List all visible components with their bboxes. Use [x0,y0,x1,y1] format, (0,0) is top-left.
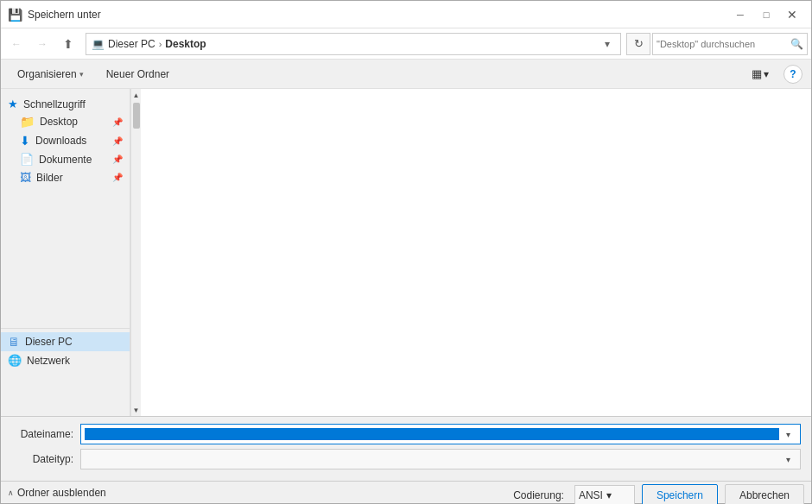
scroll-up-arrow[interactable]: ▲ [131,89,142,101]
organize-label: Organisieren [17,68,77,80]
sidebar-item-dokumente[interactable]: 📄 Dokumente 📌 [1,150,130,168]
actionbar: Organisieren ▾ Neuer Ordner ▦ ▾ ? [1,60,811,89]
view-dropdown-icon: ▾ [764,68,769,80]
save-button[interactable]: Speichern [642,484,718,505]
save-dialog: 💾 Speichern unter ─ □ ✕ ← → ⬆ 💻 Dieser P… [0,0,812,504]
filetype-dropdown-button[interactable]: ▾ [779,450,796,469]
file-list[interactable] [141,89,811,416]
dokumente-icon: 📄 [20,153,34,166]
breadcrumb-bar: 💻 Dieser PC › Desktop ▾ [86,33,621,55]
breadcrumb-dropdown-icon[interactable]: ▾ [599,34,615,54]
filetype-row: Dateityp: ▾ [11,449,801,469]
desktop-pin-icon: 📌 [112,117,123,127]
search-icon: 🔍 [790,38,803,50]
help-button[interactable]: ? [783,65,802,84]
downloads-pin-icon: 📌 [112,136,123,146]
filetype-input-wrap: ▾ [80,449,801,469]
sidebar-item-dieser-pc[interactable]: 🖥 Dieser PC [1,332,130,351]
sidebar-item-desktop[interactable]: 📁 Desktop 📌 [1,112,130,131]
titlebar-title: Speichern unter [28,9,101,21]
filename-dropdown-button[interactable]: ▾ [779,425,796,444]
main-content: ★ Schnellzugriff 📁 Desktop 📌 ⬇ Downloads… [1,89,811,416]
view-button[interactable]: ▦ ▾ [744,63,777,85]
bottom-panel: Dateiname: ▾ Dateityp: ▾ [1,416,811,481]
hide-folder-control[interactable]: ∧ Ordner ausblenden [8,487,106,499]
sidebar-divider-1 [1,328,130,329]
dieser-pc-icon: 🖥 [8,335,20,349]
toolbar: ← → ⬆ 💻 Dieser PC › Desktop ▾ ↻ 🔍 [1,28,811,60]
search-bar: 🔍 [652,33,808,55]
back-button[interactable]: ← [4,32,29,56]
filename-input-wrap: ▾ [80,424,801,444]
filetype-input[interactable] [85,453,779,465]
bilder-icon: 🖼 [20,171,31,184]
refresh-button[interactable]: ↻ [626,33,650,55]
encoding-dropdown-icon: ▾ [606,489,612,501]
organize-button[interactable]: Organisieren ▾ [10,63,92,85]
titlebar-controls: ─ □ ✕ [728,3,804,27]
breadcrumb-current[interactable]: Desktop [165,38,206,50]
hide-folder-chevron-icon: ∧ [8,488,14,497]
filename-row: Dateiname: ▾ [11,424,801,444]
titlebar-left: 💾 Speichern unter [8,8,101,22]
new-folder-label: Neuer Ordner [106,68,169,80]
filetype-label: Dateityp: [11,453,80,465]
downloads-icon: ⬇ [20,134,30,148]
netzwerk-icon: 🌐 [8,354,22,367]
search-input[interactable] [657,39,790,49]
encoding-select[interactable]: ANSI ▾ [574,485,635,505]
filename-input[interactable] [85,428,779,440]
breadcrumb-dieser-pc[interactable]: Dieser PC [108,38,155,50]
filename-label: Dateiname: [11,428,80,440]
dialog-actions: Codierung: ANSI ▾ Speichern Abbrechen [513,484,804,505]
bilder-pin-icon: 📌 [112,173,123,182]
sidebar: ★ Schnellzugriff 📁 Desktop 📌 ⬇ Downloads… [1,89,130,416]
sidebar-downloads-label: Downloads [35,135,107,147]
desktop-folder-icon: 📁 [20,115,35,129]
dialog-icon: 💾 [8,8,22,22]
quick-access-label: Schnellzugriff [23,98,86,110]
sidebar-item-downloads[interactable]: ⬇ Downloads 📌 [1,131,130,150]
titlebar: 💾 Speichern unter ─ □ ✕ [1,1,811,28]
scroll-down-arrow[interactable]: ▼ [131,404,142,416]
statusbar: ∧ Ordner ausblenden Codierung: ANSI ▾ Sp… [1,481,811,503]
encoding-label: Codierung: [513,489,564,501]
sidebar-desktop-label: Desktop [40,116,107,128]
encoding-value: ANSI [579,489,603,501]
organize-chevron-icon: ▾ [79,70,84,79]
sidebar-item-netzwerk[interactable]: 🌐 Netzwerk [1,351,130,369]
breadcrumb-pc-icon: 💻 [92,38,105,50]
sidebar-dokumente-label: Dokumente [39,154,107,166]
hide-folder-label: Ordner ausblenden [17,487,106,499]
forward-button[interactable]: → [30,32,54,56]
maximize-button[interactable]: □ [754,3,778,27]
sidebar-bilder-label: Bilder [36,172,107,184]
sidebar-quick-access-header[interactable]: ★ Schnellzugriff [1,92,130,112]
breadcrumb-separator-1: › [159,39,162,49]
dokumente-pin-icon: 📌 [112,154,123,164]
quick-access-icon: ★ [8,98,18,110]
scroll-track[interactable] [133,103,140,402]
scroll-thumb[interactable] [133,103,140,129]
cancel-button[interactable]: Abbrechen [725,484,804,505]
new-folder-button[interactable]: Neuer Ordner [98,63,177,85]
close-button[interactable]: ✕ [780,3,804,27]
up-icon: ⬆ [63,37,73,51]
sidebar-item-bilder[interactable]: 🖼 Bilder 📌 [1,168,130,186]
sidebar-spacer [1,186,130,324]
sidebar-netzwerk-label: Netzwerk [27,355,123,367]
sidebar-scrollbar[interactable]: ▲ ▼ [130,89,141,416]
up-button[interactable]: ⬆ [56,32,80,56]
view-icon: ▦ [752,67,762,80]
minimize-button[interactable]: ─ [728,3,752,27]
sidebar-dieser-pc-label: Dieser PC [25,336,123,348]
